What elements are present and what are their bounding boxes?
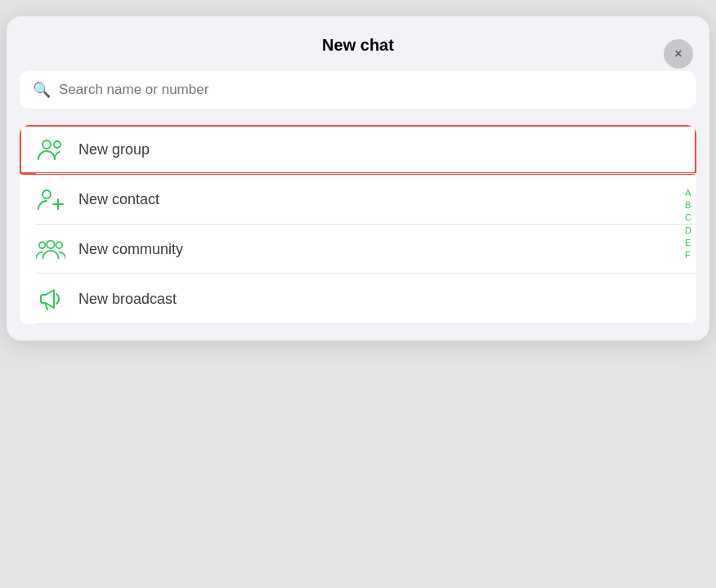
new-broadcast-label: New broadcast	[78, 291, 177, 308]
alpha-A: A	[685, 188, 691, 198]
group-icon	[36, 138, 65, 161]
alpha-C: C	[685, 213, 691, 224]
menu-item-new-community[interactable]: New community	[20, 225, 696, 274]
search-icon: 🔍	[33, 81, 51, 99]
search-input[interactable]	[59, 82, 683, 98]
new-group-label: New group	[78, 141, 150, 158]
add-contact-icon	[36, 187, 65, 212]
community-icon	[36, 238, 65, 261]
alpha-E: E	[685, 238, 691, 248]
svg-point-2	[43, 190, 51, 198]
close-button[interactable]: ×	[664, 39, 693, 69]
search-bar: 🔍	[20, 71, 696, 109]
new-community-label: New community	[78, 241, 183, 258]
broadcast-icon	[36, 287, 65, 311]
svg-point-0	[43, 140, 51, 149]
menu-item-new-broadcast[interactable]: New broadcast	[20, 274, 696, 324]
search-container: 🔍	[20, 71, 696, 109]
svg-point-6	[47, 241, 54, 248]
svg-point-7	[56, 242, 63, 248]
new-chat-modal: New chat × 🔍 New group	[7, 16, 709, 341]
menu-item-new-group[interactable]: New group	[20, 125, 696, 174]
new-contact-label: New contact	[78, 191, 159, 208]
modal-title: New chat	[322, 36, 394, 55]
alpha-B: B	[685, 201, 691, 212]
alpha-D: D	[685, 225, 691, 236]
alphabet-index: A B C D E F	[685, 188, 691, 261]
menu-list: New group New contact	[20, 125, 696, 324]
modal-header: New chat ×	[7, 36, 709, 71]
menu-item-new-contact[interactable]: New contact	[20, 174, 696, 225]
alpha-F: F	[685, 250, 691, 261]
svg-point-1	[54, 141, 60, 148]
svg-point-5	[39, 242, 46, 248]
